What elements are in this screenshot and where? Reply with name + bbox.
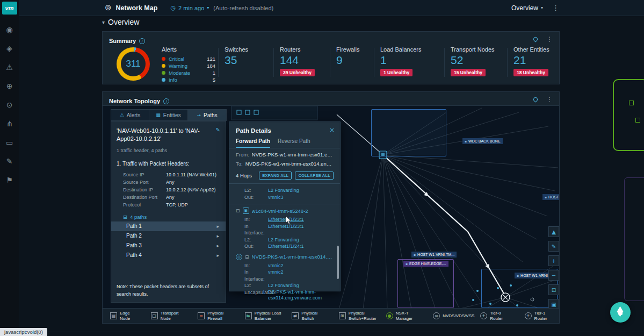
chevron-down-icon: ▾: [102, 19, 105, 25]
node-label-wdc-backbone[interactable]: ▪ WDC BACK BONE: [462, 138, 503, 144]
view-selector[interactable]: Overview: [511, 4, 538, 12]
info-icon[interactable]: i: [139, 38, 145, 44]
path-row-2[interactable]: Path 2 ▸: [111, 231, 226, 241]
node-label-host-w1-tm[interactable]: ▪ HOST W1-VRNI-TM...: [411, 252, 457, 258]
tier1-router-icon: +: [525, 312, 532, 319]
more-options-icon[interactable]: ⋮: [546, 96, 553, 103]
edit-map-icon[interactable]: ✎: [548, 241, 559, 252]
alert-label[interactable]: Warning: [169, 63, 207, 69]
alert-row[interactable]: Critical 121: [162, 55, 215, 62]
hop-detail-value[interactable]: Ethernet1/1/23:1: [268, 223, 304, 237]
info-icon[interactable]: i: [163, 98, 169, 104]
alert-dot: [162, 71, 165, 75]
hop-detail-label: L2:: [236, 237, 268, 244]
hop-name[interactable]: w1c04-vrni-tmm-s5248-2: [252, 208, 308, 214]
paths-group-toggle[interactable]: ⊟ 4 paths: [117, 214, 220, 220]
unhealthy-badge[interactable]: 15 Unhealthy: [451, 69, 486, 76]
hop-detail-value[interactable]: L2 Forwarding: [268, 237, 299, 244]
node-label-edge-hive[interactable]: ▪ EDGE HIVE-EDGE-...: [403, 261, 448, 267]
tab-forward-path[interactable]: Forward Path: [236, 138, 270, 148]
field-row: Source IP 10.0.1.11 (NAV-Web01): [117, 171, 220, 178]
section-title-text: Overview: [108, 18, 139, 26]
unhealthy-badge[interactable]: 39 Unhealthy: [280, 69, 315, 76]
expand-all-button[interactable]: EXPAND ALL: [259, 171, 292, 180]
fit-to-screen-icon[interactable]: ⊡: [548, 284, 559, 295]
stat-value[interactable]: 9: [336, 54, 359, 66]
to-label: To:: [236, 161, 243, 167]
hop-detail-label: In:: [236, 262, 268, 269]
stat-value[interactable]: 21: [513, 54, 549, 66]
tab-label: Entities: [163, 112, 181, 118]
sidebar-dashboard-icon[interactable]: ◉: [0, 20, 19, 39]
sidebar-bookmark-icon[interactable]: ⚑: [0, 170, 19, 189]
node-label-host[interactable]: ▪ HOST: [542, 194, 559, 200]
alerts-toggle-icon[interactable]: ▲: [548, 226, 559, 237]
more-options-icon[interactable]: ⋮: [546, 36, 553, 42]
tab-paths[interactable]: ⇢ Paths: [188, 109, 227, 121]
topology-group-purple-clipped: [624, 177, 644, 301]
hop-detail-value[interactable]: vmnic2: [268, 269, 284, 282]
zoom-in-icon[interactable]: +: [548, 255, 559, 266]
sidebar-globe-icon[interactable]: ⊕: [0, 76, 19, 95]
collapse-icon[interactable]: ⊟: [236, 208, 240, 213]
stat-value[interactable]: 1: [380, 54, 421, 66]
network-map-icon: ⊚: [105, 4, 112, 12]
sidebar-edit-icon[interactable]: ✎: [0, 152, 19, 170]
scrollbar-thumb[interactable]: [337, 246, 339, 279]
alert-row[interactable]: Warning 184: [162, 62, 215, 69]
zoom-out-icon[interactable]: −: [548, 270, 559, 281]
stat-value[interactable]: 35: [225, 54, 248, 66]
sidebar-search-icon[interactable]: ⊙: [0, 95, 19, 114]
physical-load-balancer-icon: ⇆: [245, 312, 252, 319]
sidebar-compass-icon[interactable]: ◈: [0, 39, 19, 58]
alert-row[interactable]: Moderate 1: [162, 69, 215, 76]
path-row-1[interactable]: Path 1 ▸: [111, 221, 226, 231]
alert-row[interactable]: Info 5: [162, 76, 215, 83]
stat-value[interactable]: 52: [451, 54, 495, 66]
collapse-icon[interactable]: ⊟: [245, 254, 249, 260]
pin-icon[interactable]: [532, 96, 538, 102]
topology-group-backbone[interactable]: [371, 109, 446, 156]
unhealthy-badge[interactable]: 18 Unhealthy: [513, 69, 548, 76]
alert-label[interactable]: Critical: [169, 56, 207, 62]
more-options-icon[interactable]: ⋮: [552, 4, 559, 12]
alert-label[interactable]: Info: [169, 77, 213, 83]
vmware-logo[interactable]: vm: [2, 2, 17, 15]
hop-detail-value[interactable]: L2 Forwarding: [268, 282, 299, 289]
close-icon[interactable]: ×: [329, 126, 335, 134]
path-row-4[interactable]: Path 4 ▸: [111, 251, 226, 260]
learning-chat-button[interactable]: [610, 302, 631, 323]
collapse-all-button[interactable]: COLLAPSE ALL: [295, 171, 334, 180]
pin-icon[interactable]: [532, 36, 538, 42]
section-overview[interactable]: ▾ Overview: [102, 18, 139, 26]
hop-detail-value[interactable]: DS-PKS-w1-vrni-tmm-esx014.eng.vmware.com: [268, 289, 328, 302]
hop-name[interactable]: NVDS-PKS-w1-vrni-tmm-esx014.eng.vmw...: [252, 254, 332, 260]
alert-label[interactable]: Moderate: [169, 70, 213, 76]
hop-detail-value[interactable]: Ethernet1/1/24:1: [268, 243, 304, 250]
sidebar-alerts-icon[interactable]: ⚠: [0, 58, 19, 76]
browser-status-bubble: javascript:void(0): [0, 328, 47, 336]
stat-value[interactable]: 144: [280, 54, 315, 66]
hop-switch-header[interactable]: ⊟ ▣ w1c04-vrni-tmm-s5248-2: [236, 208, 334, 214]
hop-host-header[interactable]: ◎ ⊟ NVDS-PKS-w1-vrni-tmm-esx014.eng.vmw.…: [236, 254, 334, 260]
refresh-time: 2 min ago: [178, 5, 204, 11]
edit-pencil-icon[interactable]: ✎: [216, 127, 220, 133]
field-row: Protocol TCP, UDP: [117, 201, 220, 209]
legend-physical-firewall: ≡ Physical Firewall: [198, 311, 235, 320]
sidebar-monitor-icon[interactable]: ▭: [0, 133, 19, 152]
field-label: Protocol: [117, 201, 166, 209]
refresh-dropdown[interactable]: ◷ 2 min ago ▾: [170, 4, 209, 11]
hop-detail-value[interactable]: L2 Forwarding: [268, 187, 299, 194]
entities-icon: ▦: [156, 112, 161, 118]
sidebar-hierarchy-icon[interactable]: ⋔: [0, 114, 19, 133]
alerts-donut[interactable]: 311: [117, 47, 150, 81]
hop-detail-value[interactable]: vmnic3: [268, 194, 284, 201]
hop-detail-value[interactable]: vmnic2: [268, 262, 284, 269]
tab-alerts[interactable]: ⚠ Alerts: [111, 109, 149, 121]
unhealthy-badge[interactable]: 1 Unhealthy: [380, 69, 413, 76]
tab-reverse-path[interactable]: Reverse Path: [278, 138, 310, 148]
path-row-3[interactable]: Path 3 ▸: [111, 241, 226, 251]
tab-entities[interactable]: ▦ Entities: [149, 109, 188, 121]
hop-detail-row: In: vmnic2: [236, 262, 334, 269]
minimap-icon[interactable]: ▣: [548, 299, 559, 308]
